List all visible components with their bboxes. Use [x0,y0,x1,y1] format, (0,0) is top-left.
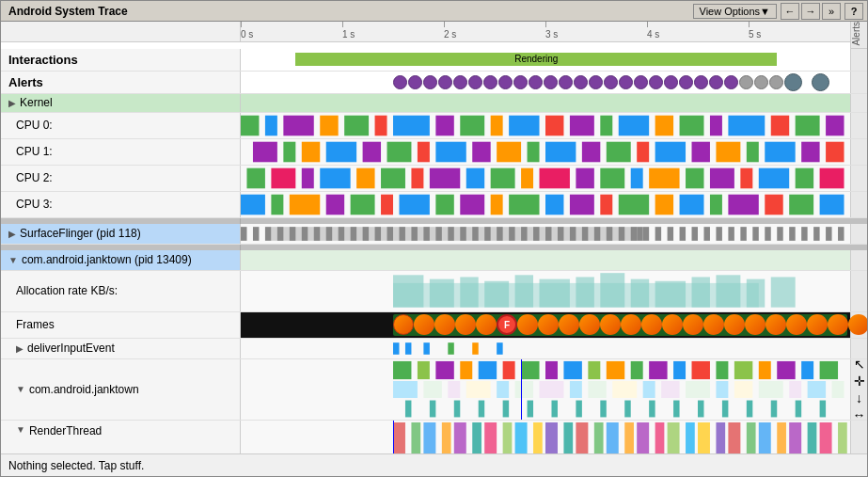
svg-rect-82 [680,194,704,215]
svg-rect-83 [710,194,722,215]
surfaceflinger-content[interactable] [241,224,850,244]
deliver-content[interactable] [241,339,850,358]
svg-rect-210 [624,400,630,417]
janktown-trace-label[interactable]: ▼ com.android.janktown [1,359,241,420]
nav-forward-button[interactable]: » [822,3,841,20]
svg-rect-128 [703,227,709,241]
deliver-arrow: ▶ [16,343,24,354]
kernel-arrow: ▶ [8,98,16,108]
alert-circle [483,75,497,89]
svg-rect-1 [265,115,277,135]
window-title: Android System Trace [5,5,128,18]
kernel-label[interactable]: ▶ Kernel [1,94,241,112]
help-button[interactable]: ? [844,3,863,20]
svg-rect-196 [734,381,752,398]
svg-rect-132 [752,227,758,241]
move-tool-icon[interactable]: ✛ [854,374,865,389]
alert-circle-large [784,73,802,91]
svg-rect-68 [290,194,320,215]
alert-circle [468,75,482,89]
frames-row: Frames F [1,312,867,339]
svg-rect-55 [540,167,570,188]
renderthread-content[interactable] [241,421,850,453]
cpu1-content[interactable] [241,139,850,165]
svg-rect-5 [375,115,387,135]
alloc-content[interactable] [241,271,850,311]
cpu2-spacer [850,166,867,191]
svg-rect-106 [448,227,453,241]
frames-label[interactable]: Frames [1,312,241,338]
alert-circle [393,75,407,89]
cpu1-row: CPU 1: [1,139,867,166]
svg-rect-58 [631,167,643,188]
cpu0-spacer [850,113,867,138]
svg-rect-192 [643,381,655,398]
janktown-trace-content[interactable] [241,359,850,420]
svg-rect-119 [607,227,612,241]
frame-circle [765,314,786,335]
svg-rect-137 [813,227,819,241]
nav-back-button[interactable]: ← [781,3,799,20]
frame-circle [434,314,455,335]
cpu3-label[interactable]: CPU 3: [1,192,241,217]
svg-rect-152 [716,275,740,307]
svg-rect-33 [545,141,576,162]
alerts-label[interactable]: Alerts [1,72,241,93]
svg-rect-100 [375,227,381,241]
nav-forward-small-button[interactable]: → [801,3,820,20]
svg-rect-242 [747,422,756,453]
cpu3-content[interactable] [241,192,850,217]
svg-rect-206 [528,400,533,417]
cpu2-content[interactable] [241,166,850,191]
down-arrow-icon[interactable]: ↓ [856,390,862,405]
interactions-content[interactable]: Rendering [241,49,850,72]
svg-rect-51 [430,167,460,188]
svg-rect-60 [686,167,703,188]
cursor-tool-icon[interactable]: ↖ [854,357,865,372]
svg-rect-112 [521,227,527,241]
cpu2-label[interactable]: CPU 2: [1,166,241,191]
surfaceflinger-label[interactable]: ▶ SurfaceFlinger (pid 118) [1,224,241,244]
svg-rect-67 [271,194,283,215]
alert-circle [559,75,573,89]
svg-rect-89 [253,227,259,241]
svg-rect-0 [241,115,259,135]
alerts-header-spacer: Alerts [850,22,867,49]
interactions-label[interactable]: Interactions [1,49,241,71]
svg-rect-9 [491,115,503,135]
cpu1-label[interactable]: CPU 1: [1,139,241,165]
renderthread-label[interactable]: ▼ RenderThread [1,421,241,453]
svg-rect-142 [430,278,454,307]
svg-rect-180 [801,360,813,378]
frames-content[interactable]: F [241,312,850,338]
frame-circle [724,314,745,335]
svg-rect-248 [838,422,847,453]
svg-rect-98 [351,227,356,241]
svg-rect-69 [326,194,344,215]
deliver-label[interactable]: ▶ deliverInputEvent [1,339,241,358]
alert-circle [604,75,618,89]
frame-circle [517,314,538,335]
janktown-header-content[interactable] [241,250,850,270]
frame-circle [579,314,600,335]
alerts-content[interactable] [241,72,850,94]
svg-rect-231 [576,422,588,453]
cpu0-label[interactable]: CPU 0: [1,113,241,138]
svg-rect-84 [728,194,758,215]
view-options-button[interactable]: View Options▼ [693,4,778,19]
svg-rect-138 [826,227,831,241]
svg-rect-213 [698,400,703,417]
tick-0s: 0 s [241,29,253,40]
janktown-header-label[interactable]: ▼ com.android.janktown (pid 13409) [1,250,241,270]
alert-circle-large2 [812,73,829,91]
svg-rect-90 [265,227,271,241]
svg-rect-45 [271,167,295,188]
alloc-label[interactable]: Allocation rate KB/s: [1,271,241,311]
kernel-spacer [850,94,867,112]
svg-rect-247 [820,422,832,453]
cpu0-content[interactable] [241,113,850,138]
kernel-content[interactable] [241,94,850,112]
frame-circle [600,314,621,335]
svg-rect-236 [655,422,665,453]
svg-rect-225 [484,422,497,453]
